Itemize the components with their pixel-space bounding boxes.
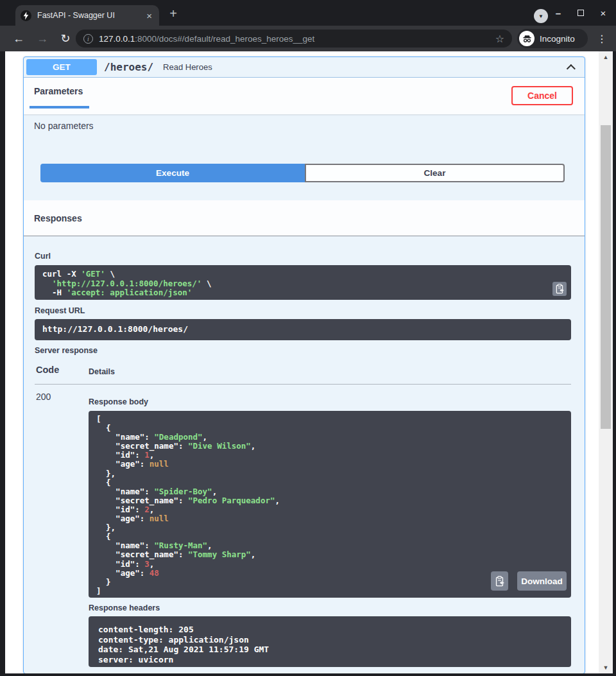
tab-search-button[interactable]: ▼ [534,9,548,23]
request-url-box: http://127.0.0.1:8000/heroes/ [35,319,571,340]
method-badge: GET [26,59,97,75]
code-column-header: Code [36,365,59,375]
page-content: GET /heroes/ Read Heroes Parameters Canc… [5,51,613,673]
window-controls: – × [553,0,612,26]
url-text: 127.0.0.1:8000/docs#/default/read_heroes… [99,34,490,44]
opblock-get-heroes: GET /heroes/ Read Heroes Parameters Canc… [23,56,585,673]
browser-menu-button[interactable]: ⋮ [594,31,610,46]
response-headers-text: content-length: 205content-type: applica… [98,625,563,664]
caret-down-icon: ▼ [538,13,543,19]
status-code: 200 [36,392,51,402]
responses-title: Responses [34,213,82,223]
response-headers-label: Response headers [89,603,160,612]
operation-summary[interactable]: GET /heroes/ Read Heroes [24,57,585,78]
execute-button[interactable]: Execute [40,164,305,182]
tab-parameters[interactable]: Parameters [34,86,83,96]
try-it-out-section: No parameters Execute Clear [24,114,585,200]
copy-response-button[interactable] [491,571,508,591]
close-window-button[interactable]: × [598,8,608,18]
tab-bar: FastAPI - Swagger UI × + ▼ – × [0,0,616,26]
address-bar[interactable]: i 127.0.0.1:8000/docs#/default/read_hero… [76,30,512,48]
page-scrollbar[interactable]: ▲ ▼ [599,51,613,673]
incognito-badge: Incognito [517,29,588,48]
responses-header: Responses [24,200,585,236]
browser-tab[interactable]: FastAPI - Swagger UI × [15,5,159,26]
browser-window: FastAPI - Swagger UI × + ▼ – × ← → ↻ i 1… [0,0,616,676]
collapse-chevron-icon[interactable] [567,64,576,73]
table-divider [35,384,571,385]
server-response-label: Server response [35,346,98,355]
clipboard-copy-icon [495,576,504,587]
response-body-box: [ { "name": "Deadpond", "secret_name": "… [89,411,571,598]
curl-command-box: curl -X 'GET' \ 'http://127.0.0.1:8000/h… [35,265,571,300]
request-url-value: http://127.0.0.1:8000/heroes/ [42,324,563,334]
details-column-header: Details [89,367,115,376]
operation-summary-text: Read Heroes [163,62,212,72]
scroll-up-arrow-icon[interactable]: ▲ [599,54,613,60]
bookmark-star-icon[interactable]: ☆ [495,33,504,45]
cancel-button[interactable]: Cancel [511,86,573,105]
curl-label: Curl [35,252,51,261]
maximize-icon [578,10,584,16]
response-headers-box: content-length: 205content-type: applica… [89,616,571,667]
url-host: 127.0.0.1 [99,34,135,44]
scroll-down-arrow-icon[interactable]: ▼ [599,664,613,671]
clear-button[interactable]: Clear [305,164,565,182]
minimize-button[interactable]: – [553,8,563,18]
new-tab-button[interactable]: + [166,6,181,21]
request-url-label: Request URL [35,306,85,315]
tab-close-icon[interactable]: × [144,11,154,21]
download-button[interactable]: Download [517,571,567,591]
reload-button[interactable]: ↻ [58,31,73,46]
clipboard-copy-icon [555,284,564,294]
active-tab-underline [30,106,89,108]
forward-button[interactable]: → [35,31,50,46]
url-path: :8000/docs#/default/read_heroes_heroes__… [135,34,314,44]
responses-body: Curl curl -X 'GET' \ 'http://127.0.0.1:8… [24,236,585,673]
incognito-label: Incognito [540,34,575,44]
response-body-json: [ { "name": "Deadpond", "secret_name": "… [96,415,563,596]
maximize-button[interactable] [576,8,586,18]
copy-curl-button[interactable] [552,282,567,296]
tab-title: FastAPI - Swagger UI [37,11,144,20]
operation-path: /heroes/ [104,61,153,73]
incognito-icon [519,31,535,46]
scrollbar-thumb[interactable] [601,125,611,429]
back-button[interactable]: ← [11,31,26,46]
site-info-icon[interactable]: i [83,34,93,44]
response-body-label: Response body [89,397,148,406]
fastapi-favicon-icon [21,10,31,21]
no-parameters-text: No parameters [34,121,94,131]
curl-command: curl -X 'GET' \ 'http://127.0.0.1:8000/h… [42,270,552,298]
parameters-header: Parameters Cancel [24,78,585,114]
